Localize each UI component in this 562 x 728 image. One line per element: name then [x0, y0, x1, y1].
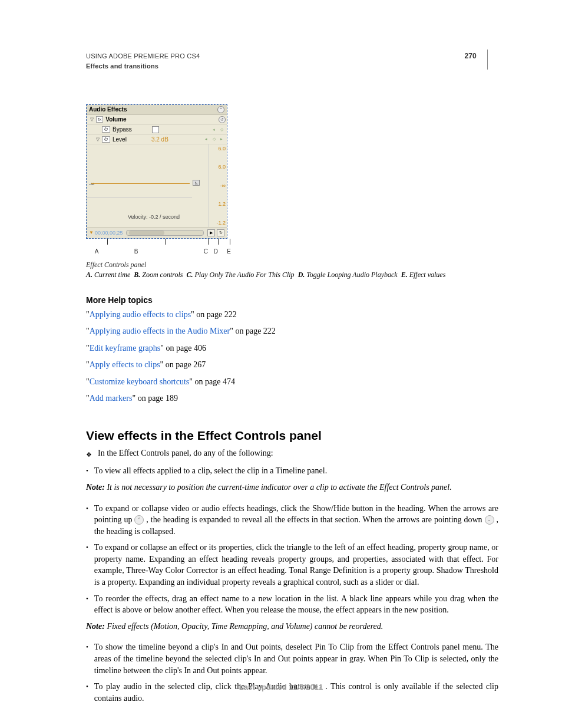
triangle-icon: ▽	[96, 137, 100, 142]
note-label: Note:	[86, 622, 105, 631]
scale-val: 1.2	[209, 201, 226, 207]
effect-controls-panel: Audio Effects ⌃ ▽ fx Volume ↺ ⏱ Bypass ◂	[86, 104, 227, 239]
keyframe-add-icon: ◇	[211, 136, 217, 142]
velocity-label: Velocity: -0.2 / second	[128, 214, 180, 220]
scale-val: 6.0	[209, 164, 226, 170]
help-link[interactable]: Apply effects to clips	[90, 360, 160, 369]
help-link[interactable]: Applying audio effects to clips	[90, 310, 191, 319]
help-link[interactable]: Applying audio effects in the Audio Mixe…	[90, 327, 230, 335]
bullet-icon: •	[86, 593, 88, 616]
graph-scale: 6.0 6.0 -∞ 1.2 -1.2	[209, 144, 227, 227]
note-label: Note:	[86, 483, 105, 492]
keyframe-add-icon: ◇	[219, 127, 224, 133]
help-link-line: "Customize keyboard shortcuts" on page 4…	[86, 375, 498, 388]
keyframe-next-icon: ▸	[219, 136, 224, 142]
triangle-icon: ▽	[90, 117, 94, 122]
list-item: • To expand or collapse an effect or its…	[86, 542, 498, 588]
current-time: 00:00;00;25	[95, 230, 123, 236]
bullet-icon: •	[86, 503, 88, 538]
bypass-checkbox	[152, 126, 159, 133]
level-graph: -∞ ◺ Velocity: -0.2 / second 6.0 6.0 -∞ …	[87, 144, 227, 227]
loop-audio-icon: ↻	[217, 229, 224, 236]
diamond-bullet-icon: ❖	[86, 449, 92, 460]
time-triangle-icon: ▼	[89, 230, 94, 235]
callout-b: B	[107, 248, 165, 255]
scale-val: -1.2	[209, 220, 226, 226]
help-link[interactable]: Edit keyframe graphs	[90, 344, 161, 353]
bypass-label: Bypass	[113, 126, 132, 133]
help-link[interactable]: Customize keyboard shortcuts	[90, 377, 190, 386]
bullet-icon: •	[86, 465, 88, 477]
chevron-down-circle-icon: ⌄	[485, 515, 494, 525]
keyframe-prev-icon: ◂	[203, 136, 209, 142]
list-item: • To reorder the effects, drag an effect…	[86, 593, 498, 616]
bullet-icon: •	[86, 641, 88, 676]
doc-section: Effects and transitions	[86, 62, 452, 71]
volume-label: Volume	[105, 116, 126, 123]
neg-infinity-label: -∞	[89, 181, 94, 187]
help-link-line: "Applying audio effects to clips" on pag…	[86, 308, 498, 321]
help-links: "Applying audio effects to clips" on pag…	[86, 308, 498, 405]
page-header: USING ADOBE PREMIERE PRO CS4 Effects and…	[86, 52, 498, 71]
note: Note: It is not necessary to position th…	[86, 482, 498, 493]
section-heading: View effects in the Effect Controls pane…	[86, 429, 498, 443]
list-item: • To expand or collapse video or audio e…	[86, 503, 498, 538]
keyframe-prev-icon: ◂	[211, 127, 217, 133]
list-item: • To view all effects applied to a clip,…	[86, 465, 498, 477]
page-number: 270	[464, 52, 477, 60]
intro-line: ❖ In the Effect Controls panel, do any o…	[86, 449, 498, 460]
callout-labels: A B C D E	[86, 248, 233, 255]
bullet-icon: •	[86, 542, 88, 588]
level-value: 3.2 dB	[151, 136, 168, 143]
keyframe-badge-icon: ⏱	[102, 136, 110, 143]
help-link-line: "Applying audio effects in the Audio Mix…	[86, 325, 498, 338]
zoom-scrollbar	[126, 230, 204, 236]
scale-val: 6.0	[209, 146, 226, 151]
figure-effect-controls: Audio Effects ⌃ ▽ fx Volume ↺ ⏱ Bypass ◂	[86, 104, 498, 280]
effect-badge-icon: fx	[96, 116, 103, 123]
level-label: Level	[113, 136, 127, 143]
help-link-line: "Add markers" on page 189	[86, 392, 498, 405]
panel-footer: ▼ 00:00;00;25 ▶ ↻	[87, 227, 227, 238]
play-audio-icon: ▶	[207, 229, 215, 236]
graph-line	[91, 183, 190, 184]
figure-legend: A. Current time B. Zoom controls C. Play…	[86, 271, 498, 280]
help-link[interactable]: Add markers	[90, 394, 133, 403]
callout-a: A	[86, 248, 107, 255]
header-divider	[487, 50, 488, 70]
figure-caption: Effect Controls panel	[86, 261, 498, 270]
more-help-heading: More Help topics	[86, 295, 498, 305]
panel-title: Audio Effects	[89, 106, 127, 113]
help-link-line: "Edit keyframe graphs" on page 406	[86, 342, 498, 355]
keyframe-badge-icon: ⏱	[102, 126, 110, 133]
scale-val: -∞	[209, 183, 226, 189]
zoom-thumb	[129, 230, 164, 235]
callout-d: D	[208, 248, 218, 255]
chevron-up-circle-icon: ⌃	[134, 515, 144, 525]
doc-title: USING ADOBE PREMIERE PRO CS4	[86, 52, 452, 61]
page-footer: Last updated 11/6/2011	[0, 683, 562, 691]
list-item: • To show the timeline beyond a clip's I…	[86, 641, 498, 676]
callout-e: E	[218, 248, 231, 255]
help-link-line: "Apply effects to clips" on page 267	[86, 358, 498, 371]
graph-handle-icon: ◺	[193, 180, 200, 186]
graph-separator	[87, 197, 192, 198]
note: Note: Fixed effects (Motion, Opacity, Ti…	[86, 621, 498, 633]
collapse-up-icon: ⌃	[217, 106, 224, 113]
reset-icon: ↺	[219, 116, 226, 123]
callout-lines	[86, 239, 233, 247]
callout-c: C	[165, 248, 208, 255]
